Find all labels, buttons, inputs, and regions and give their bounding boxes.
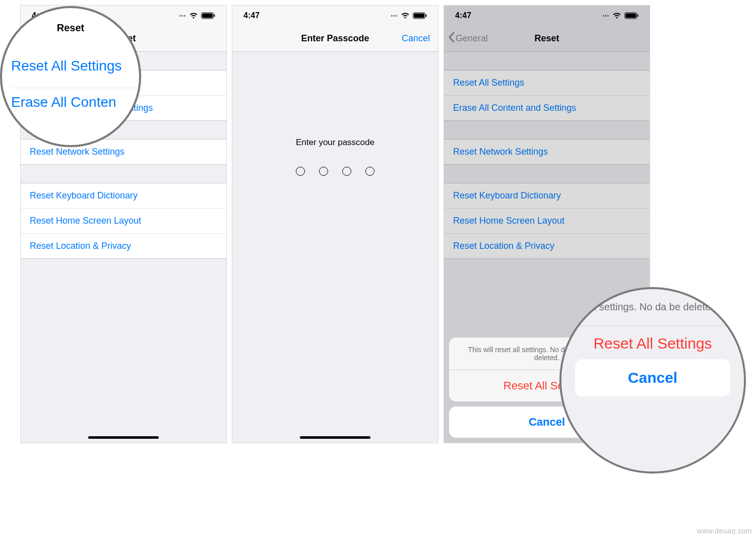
wifi-icon [401, 12, 410, 19]
svg-rect-1 [202, 14, 213, 18]
nav-bar: General Reset [444, 26, 650, 52]
svg-rect-7 [625, 14, 636, 18]
svg-rect-2 [214, 15, 215, 17]
svg-rect-8 [638, 15, 639, 17]
status-right: ••• [602, 12, 639, 19]
reset-network-cell[interactable]: Reset Network Settings [444, 139, 650, 165]
reset-all-settings-cell[interactable]: Reset All Settings [444, 70, 650, 95]
status-time: 4:47 [455, 11, 471, 20]
mag1-erase-all: Erase All Conten [11, 94, 139, 110]
nav-bar: Enter Passcode Cancel [232, 26, 438, 52]
wifi-icon [612, 12, 621, 19]
nav-title: Enter Passcode [301, 33, 369, 44]
passcode-dot [296, 167, 305, 176]
mag1-reset-all: Reset All Settings [11, 58, 139, 74]
wifi-icon [189, 12, 198, 19]
status-bar: 4:47 ••• [444, 6, 650, 26]
battery-icon [413, 12, 427, 19]
home-indicator[interactable] [88, 436, 159, 439]
reset-location-privacy-cell[interactable]: Reset Location & Privacy [21, 233, 226, 259]
mag1-separator [11, 88, 139, 88]
status-bar: 4:47 ••• [232, 6, 438, 26]
nav-title: Reset [534, 33, 559, 44]
reset-home-layout-cell[interactable]: Reset Home Screen Layout [444, 208, 650, 233]
back-button[interactable]: General [448, 32, 488, 45]
battery-icon [624, 12, 639, 19]
reset-location-privacy-cell[interactable]: Reset Location & Privacy [444, 233, 650, 259]
signal-dots-icon: ••• [602, 13, 609, 19]
phone-screen-2: 4:47 ••• Enter Passcode Cancel Enter you… [232, 5, 438, 443]
svg-rect-5 [426, 15, 427, 17]
magnifier-callout-2: all settings. No da be deleted. Reset Al… [559, 287, 746, 474]
svg-rect-4 [414, 14, 424, 18]
passcode-dot [342, 167, 351, 176]
passcode-body: Enter your passcode [232, 52, 438, 176]
reset-keyboard-cell[interactable]: Reset Keyboard Dictionary [21, 183, 226, 208]
reset-keyboard-cell[interactable]: Reset Keyboard Dictionary [444, 183, 650, 208]
settings-group-1: Reset All Settings Erase All Content and… [444, 70, 650, 121]
mag2-cancel-block: Cancel [575, 359, 730, 396]
cancel-button[interactable]: Cancel [402, 33, 430, 44]
watermark: www.deuaq.com [697, 527, 752, 535]
passcode-prompt: Enter your passcode [232, 138, 438, 148]
passcode-dot [365, 167, 374, 176]
signal-dots-icon: ••• [391, 13, 398, 19]
signal-dots-icon: ••• [179, 13, 186, 19]
chevron-left-icon [448, 32, 455, 45]
erase-all-content-cell[interactable]: Erase All Content and Settings [444, 95, 650, 121]
passcode-dot [319, 167, 328, 176]
mag2-cancel-button: Cancel [628, 369, 677, 386]
reset-home-layout-cell[interactable]: Reset Home Screen Layout [21, 208, 226, 233]
home-indicator[interactable] [300, 436, 370, 439]
mag2-reset-button: Reset All Settings [593, 335, 712, 352]
magnifier-callout-1: Reset Reset All Settings Erase All Conte… [0, 6, 141, 147]
status-time: 4:47 [243, 11, 260, 20]
settings-group-2: Reset Network Settings [444, 139, 650, 165]
status-right: ••• [179, 12, 215, 19]
mag2-separator [575, 325, 730, 326]
settings-group-3: Reset Keyboard Dictionary Reset Home Scr… [444, 183, 650, 259]
status-right: ••• [391, 12, 427, 19]
passcode-dots [232, 167, 438, 176]
battery-icon [201, 12, 215, 19]
back-label: General [456, 33, 488, 44]
settings-group-3: Reset Keyboard Dictionary Reset Home Scr… [21, 183, 226, 259]
